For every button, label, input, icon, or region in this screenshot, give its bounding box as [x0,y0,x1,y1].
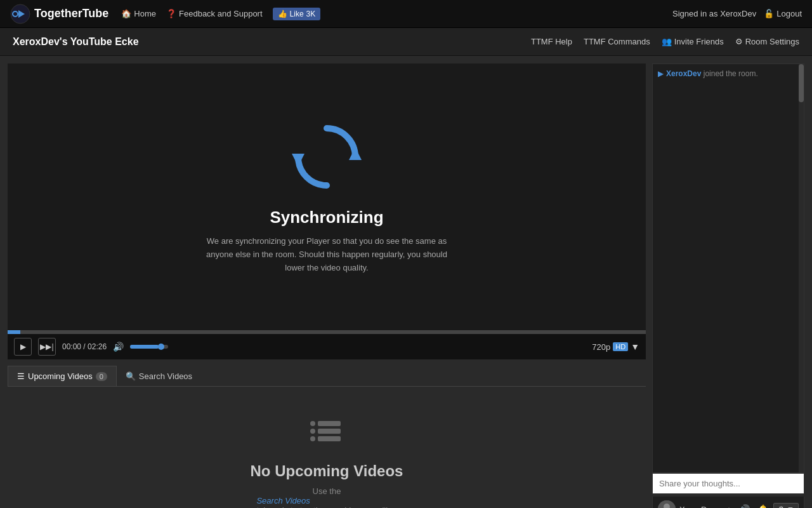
signed-in-text: Signed in as XeroxDev [672,9,756,18]
logout-label: Logout [776,9,802,18]
user-home-button[interactable]: ⌂ [724,503,734,508]
top-navigation: TogetherTube 🏠 Home ❓ Feedback and Suppo… [0,0,812,28]
logo-text: TogetherTube [34,7,108,20]
join-icon: ▶ [658,69,664,78]
no-videos-desc-suffix: tab and start voting on videos you like. [256,505,396,508]
svg-rect-10 [318,436,341,441]
svg-marker-4 [292,154,304,166]
svg-rect-6 [318,421,341,426]
video-area: Synchronizing We are synchronizing your … [8,64,646,330]
player-panel: Synchronizing We are synchronizing your … [8,64,646,508]
settings-label: Room Settings [745,37,799,46]
hd-badge: HD [613,342,628,351]
progress-bar-fill [8,330,20,334]
volume-fill [130,345,159,349]
volume-handle [158,344,164,350]
user-settings-button[interactable]: ⚙ ▼ [773,503,799,508]
user-speaker-button[interactable]: 🔊 [737,503,752,508]
user-row: XeroxDev ⌂ 🔊 🔔 ⚙ ▼ [653,497,804,508]
join-message: ▶ XeroxDev joined the room. [658,69,799,78]
sync-icon [289,119,365,195]
quality-text: 720p [592,342,610,352]
joined-username: XeroxDev [666,69,701,78]
list-icon-tab: ☰ [17,371,25,381]
settings-gear-icon: ⚙ [778,505,785,508]
controls-bar: ▶ ▶▶| 00:00 / 02:26 🔊 720p HD ▼ [8,334,646,359]
secondary-nav-links: TTMF Help TTMF Commands 👥 Invite Friends… [531,37,799,46]
no-videos-desc-prefix: Use the [313,486,341,496]
home-icon: 🏠 [121,9,131,18]
upcoming-label: Upcoming Videos [28,371,93,381]
chat-messages[interactable]: ▶ XeroxDev joined the room. [652,64,804,473]
no-videos-description: Use the Search Videos tab and start voti… [256,486,396,508]
play-button[interactable]: ▶ [14,338,32,356]
home-label: Home [134,9,156,18]
upcoming-videos-tab[interactable]: ☰ Upcoming Videos 0 [8,366,117,386]
chat-panel: ▶ XeroxDev joined the room. [652,64,804,508]
search-label: Search Videos [139,371,192,381]
search-videos-tab[interactable]: 🔍 Search Videos [117,366,201,386]
svg-rect-8 [318,429,341,434]
joined-text: joined the room. [704,69,758,78]
like-count: 3K [306,10,316,18]
invite-icon: 👥 [662,37,672,46]
volume-icon: 🔊 [113,342,124,352]
list-icon [308,412,346,452]
progress-bar[interactable] [8,330,646,334]
logout-link[interactable]: 🔓 Logout [764,9,802,18]
logo-area[interactable]: TogetherTube [10,4,108,24]
chat-scrollbar-thumb [799,64,804,102]
top-nav-links: 🏠 Home ❓ Feedback and Support 👍 Like 3K [121,8,672,20]
invite-friends-link[interactable]: 👥 Invite Friends [662,37,724,46]
svg-marker-3 [349,147,362,160]
quality-badge: 720p HD ▼ [592,342,639,352]
time-display: 00:00 / 02:26 [62,342,107,351]
like-icon: 👍 [278,10,287,18]
ttmf-commands-link[interactable]: TTMF Commands [584,37,650,46]
settings-icon: ⚙ [735,37,743,46]
dropdown-arrow: ▼ [787,505,794,508]
next-button[interactable]: ▶▶| [38,338,56,356]
sync-title: Synchronizing [270,208,383,227]
auth-area: Signed in as XeroxDev 🔓 Logout [672,9,802,18]
user-name: XeroxDev [679,505,720,509]
chat-input-area [652,473,804,494]
quality-dropdown[interactable]: ▼ [631,342,639,352]
chat-input[interactable] [653,474,804,493]
svg-point-5 [310,421,315,426]
no-videos-title: No Upcoming Videos [251,462,403,480]
search-icon-tab: 🔍 [126,371,136,381]
like-label: Like [290,10,304,18]
ttmf-help-link[interactable]: TTMF Help [531,37,572,46]
upcoming-count: 0 [96,372,107,381]
invite-label: Invite Friends [674,37,724,46]
user-controls: ⌂ 🔊 🔔 ⚙ ▼ [724,503,799,508]
video-controls: ▶ ▶▶| 00:00 / 02:26 🔊 720p HD ▼ [8,330,646,359]
search-videos-link[interactable]: Search Videos [256,496,396,505]
chat-scrollbar[interactable] [799,64,804,472]
tabs-area: ☰ Upcoming Videos 0 🔍 Search Videos [8,366,646,387]
logo-icon [10,4,30,24]
feedback-label: Feedback and Support [179,9,263,18]
feedback-icon: ❓ [166,9,176,18]
room-settings-link[interactable]: ⚙ Room Settings [735,37,799,46]
main-layout: Synchronizing We are synchronizing your … [0,56,812,508]
home-link[interactable]: 🏠 Home [121,9,156,18]
users-list: XeroxDev ⌂ 🔊 🔔 ⚙ ▼ 1 User [652,497,804,508]
commands-label: TTMF Commands [584,37,650,46]
volume-bar[interactable] [130,345,168,349]
no-videos-area: No Upcoming Videos Use the Search Videos… [8,387,646,508]
svg-point-7 [310,429,315,434]
logout-icon: 🔓 [764,9,774,18]
user-sound-button[interactable]: 🔔 [755,503,771,508]
svg-point-9 [310,436,315,441]
user-avatar [658,500,676,508]
sync-description: We are synchronizing your Player so that… [206,235,447,274]
help-label: TTMF Help [531,37,572,46]
feedback-link[interactable]: ❓ Feedback and Support [166,9,263,18]
facebook-like-button[interactable]: 👍 Like 3K [273,8,321,20]
room-title: XeroxDev's YouTube Ecke [13,36,531,48]
secondary-navigation: XeroxDev's YouTube Ecke TTMF Help TTMF C… [0,28,812,56]
